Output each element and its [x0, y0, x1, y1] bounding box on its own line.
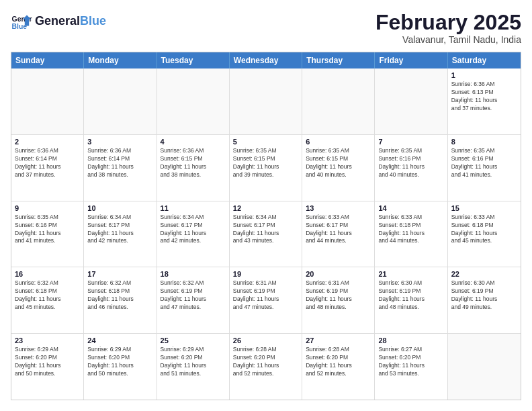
weekday-header-monday: Monday	[84, 52, 157, 68]
calendar-row-3: 9Sunrise: 6:35 AM Sunset: 6:16 PM Daylig…	[11, 201, 521, 267]
day-cell-7: 7Sunrise: 6:35 AM Sunset: 6:16 PM Daylig…	[375, 135, 447, 201]
day-info: Sunrise: 6:29 AM Sunset: 6:20 PM Dayligh…	[161, 346, 226, 378]
day-number: 4	[161, 138, 226, 146]
empty-cell	[11, 68, 84, 134]
day-info: Sunrise: 6:30 AM Sunset: 6:19 PM Dayligh…	[378, 279, 443, 312]
day-cell-1: 1Sunrise: 6:36 AM Sunset: 6:13 PM Daylig…	[448, 68, 521, 134]
day-number: 18	[161, 270, 226, 278]
location-subtitle: Valavanur, Tamil Nadu, India	[375, 34, 521, 45]
weekday-header-sunday: Sunday	[11, 52, 84, 68]
weekday-header-thursday: Thursday	[302, 52, 375, 68]
day-cell-27: 27Sunrise: 6:28 AM Sunset: 6:20 PM Dayli…	[302, 334, 375, 400]
empty-cell	[375, 68, 447, 134]
day-cell-16: 16Sunrise: 6:32 AM Sunset: 6:18 PM Dayli…	[11, 267, 84, 333]
day-info: Sunrise: 6:30 AM Sunset: 6:19 PM Dayligh…	[451, 279, 517, 312]
day-info: Sunrise: 6:35 AM Sunset: 6:16 PM Dayligh…	[378, 147, 443, 179]
day-cell-10: 10Sunrise: 6:34 AM Sunset: 6:17 PM Dayli…	[84, 201, 157, 267]
logo-icon: General Blue	[11, 11, 32, 32]
day-info: Sunrise: 6:33 AM Sunset: 6:18 PM Dayligh…	[378, 214, 443, 246]
day-cell-2: 2Sunrise: 6:36 AM Sunset: 6:14 PM Daylig…	[11, 135, 84, 201]
day-number: 27	[306, 336, 371, 345]
day-number: 24	[87, 336, 152, 345]
weekday-header-tuesday: Tuesday	[157, 52, 230, 68]
calendar-body: 1Sunrise: 6:36 AM Sunset: 6:13 PM Daylig…	[11, 68, 521, 400]
day-cell-18: 18Sunrise: 6:32 AM Sunset: 6:19 PM Dayli…	[157, 267, 230, 333]
day-number: 20	[306, 270, 371, 278]
calendar-row-1: 1Sunrise: 6:36 AM Sunset: 6:13 PM Daylig…	[11, 68, 521, 134]
day-cell-22: 22Sunrise: 6:30 AM Sunset: 6:19 PM Dayli…	[448, 267, 521, 333]
day-number: 8	[451, 138, 517, 146]
day-number: 21	[378, 270, 443, 278]
day-info: Sunrise: 6:35 AM Sunset: 6:15 PM Dayligh…	[306, 147, 371, 179]
day-info: Sunrise: 6:31 AM Sunset: 6:19 PM Dayligh…	[306, 279, 371, 312]
empty-cell	[302, 68, 375, 134]
day-info: Sunrise: 6:32 AM Sunset: 6:19 PM Dayligh…	[161, 279, 226, 312]
day-number: 23	[15, 336, 80, 345]
day-cell-24: 24Sunrise: 6:29 AM Sunset: 6:20 PM Dayli…	[84, 334, 157, 400]
day-info: Sunrise: 6:36 AM Sunset: 6:13 PM Dayligh…	[451, 81, 517, 113]
day-info: Sunrise: 6:31 AM Sunset: 6:19 PM Dayligh…	[233, 279, 298, 312]
day-info: Sunrise: 6:35 AM Sunset: 6:16 PM Dayligh…	[15, 214, 80, 246]
day-cell-3: 3Sunrise: 6:36 AM Sunset: 6:14 PM Daylig…	[84, 135, 157, 201]
header: General Blue GeneralBlue February 2025 V…	[11, 11, 521, 45]
day-number: 1	[451, 71, 517, 79]
day-info: Sunrise: 6:34 AM Sunset: 6:17 PM Dayligh…	[233, 214, 298, 246]
day-number: 15	[451, 204, 517, 212]
day-info: Sunrise: 6:35 AM Sunset: 6:15 PM Dayligh…	[233, 147, 298, 179]
day-cell-23: 23Sunrise: 6:29 AM Sunset: 6:20 PM Dayli…	[11, 334, 84, 400]
day-info: Sunrise: 6:36 AM Sunset: 6:15 PM Dayligh…	[161, 147, 226, 179]
month-title: February 2025	[375, 11, 521, 34]
day-cell-25: 25Sunrise: 6:29 AM Sunset: 6:20 PM Dayli…	[157, 334, 230, 400]
day-info: Sunrise: 6:33 AM Sunset: 6:17 PM Dayligh…	[306, 214, 371, 246]
logo-text: GeneralBlue	[35, 15, 106, 28]
day-info: Sunrise: 6:32 AM Sunset: 6:18 PM Dayligh…	[15, 279, 80, 312]
day-cell-9: 9Sunrise: 6:35 AM Sunset: 6:16 PM Daylig…	[11, 201, 84, 267]
day-number: 2	[15, 138, 80, 146]
day-number: 3	[87, 138, 152, 146]
day-cell-28: 28Sunrise: 6:27 AM Sunset: 6:20 PM Dayli…	[375, 334, 447, 400]
calendar-row-4: 16Sunrise: 6:32 AM Sunset: 6:18 PM Dayli…	[11, 267, 521, 333]
day-number: 22	[451, 270, 517, 278]
empty-cell	[157, 68, 230, 134]
day-cell-13: 13Sunrise: 6:33 AM Sunset: 6:17 PM Dayli…	[302, 201, 375, 267]
day-number: 16	[15, 270, 80, 278]
day-number: 11	[161, 204, 226, 212]
day-number: 17	[87, 270, 152, 278]
day-cell-21: 21Sunrise: 6:30 AM Sunset: 6:19 PM Dayli…	[375, 267, 447, 333]
day-info: Sunrise: 6:35 AM Sunset: 6:16 PM Dayligh…	[451, 147, 517, 179]
day-number: 28	[378, 336, 443, 345]
weekday-header-saturday: Saturday	[448, 52, 521, 68]
calendar-row-5: 23Sunrise: 6:29 AM Sunset: 6:20 PM Dayli…	[11, 333, 521, 400]
day-info: Sunrise: 6:29 AM Sunset: 6:20 PM Dayligh…	[87, 346, 152, 378]
day-info: Sunrise: 6:36 AM Sunset: 6:14 PM Dayligh…	[87, 147, 152, 179]
day-cell-12: 12Sunrise: 6:34 AM Sunset: 6:17 PM Dayli…	[230, 201, 302, 267]
day-cell-11: 11Sunrise: 6:34 AM Sunset: 6:17 PM Dayli…	[157, 201, 230, 267]
day-info: Sunrise: 6:28 AM Sunset: 6:20 PM Dayligh…	[233, 346, 298, 378]
day-info: Sunrise: 6:27 AM Sunset: 6:20 PM Dayligh…	[378, 346, 443, 378]
empty-cell	[84, 68, 157, 134]
calendar-page: General Blue GeneralBlue February 2025 V…	[0, 0, 532, 411]
day-info: Sunrise: 6:29 AM Sunset: 6:20 PM Dayligh…	[15, 346, 80, 378]
day-info: Sunrise: 6:28 AM Sunset: 6:20 PM Dayligh…	[306, 346, 371, 378]
day-cell-4: 4Sunrise: 6:36 AM Sunset: 6:15 PM Daylig…	[157, 135, 230, 201]
day-number: 12	[233, 204, 298, 212]
day-info: Sunrise: 6:33 AM Sunset: 6:18 PM Dayligh…	[451, 214, 517, 246]
day-info: Sunrise: 6:34 AM Sunset: 6:17 PM Dayligh…	[87, 214, 152, 246]
calendar: SundayMondayTuesdayWednesdayThursdayFrid…	[11, 52, 521, 400]
calendar-row-2: 2Sunrise: 6:36 AM Sunset: 6:14 PM Daylig…	[11, 134, 521, 201]
day-number: 26	[233, 336, 298, 345]
calendar-header: SundayMondayTuesdayWednesdayThursdayFrid…	[11, 52, 521, 68]
empty-cell	[448, 334, 521, 400]
day-cell-15: 15Sunrise: 6:33 AM Sunset: 6:18 PM Dayli…	[448, 201, 521, 267]
day-number: 13	[306, 204, 371, 212]
day-number: 10	[87, 204, 152, 212]
day-cell-20: 20Sunrise: 6:31 AM Sunset: 6:19 PM Dayli…	[302, 267, 375, 333]
day-number: 19	[233, 270, 298, 278]
empty-cell	[230, 68, 302, 134]
logo: General Blue GeneralBlue	[11, 11, 106, 32]
day-cell-6: 6Sunrise: 6:35 AM Sunset: 6:15 PM Daylig…	[302, 135, 375, 201]
day-number: 14	[378, 204, 443, 212]
day-cell-26: 26Sunrise: 6:28 AM Sunset: 6:20 PM Dayli…	[230, 334, 302, 400]
weekday-header-friday: Friday	[375, 52, 447, 68]
day-cell-8: 8Sunrise: 6:35 AM Sunset: 6:16 PM Daylig…	[448, 135, 521, 201]
